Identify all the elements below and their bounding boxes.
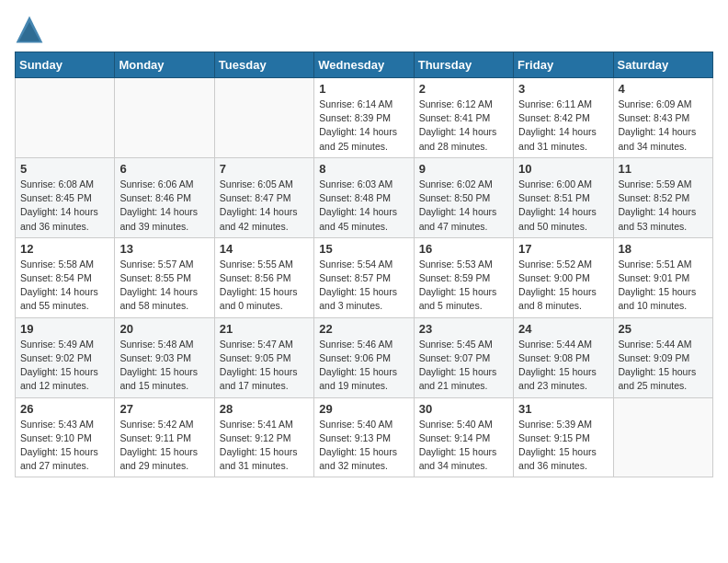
day-info: Sunrise: 6:05 AM Sunset: 8:47 PM Dayligh… xyxy=(220,178,309,234)
calendar-cell: 10Sunrise: 6:00 AM Sunset: 8:51 PM Dayli… xyxy=(514,157,613,237)
calendar-cell: 26Sunrise: 5:43 AM Sunset: 9:10 PM Dayli… xyxy=(16,397,115,477)
day-info: Sunrise: 5:45 AM Sunset: 9:07 PM Dayligh… xyxy=(419,338,508,394)
day-info: Sunrise: 6:12 AM Sunset: 8:41 PM Dayligh… xyxy=(419,98,508,154)
day-number: 7 xyxy=(220,162,309,176)
day-info: Sunrise: 5:41 AM Sunset: 9:12 PM Dayligh… xyxy=(220,418,309,474)
day-number: 17 xyxy=(518,242,608,256)
day-info: Sunrise: 5:48 AM Sunset: 9:03 PM Dayligh… xyxy=(119,338,209,394)
calendar-cell: 29Sunrise: 5:40 AM Sunset: 9:13 PM Dayli… xyxy=(314,397,414,477)
calendar-week-row: 12Sunrise: 5:58 AM Sunset: 8:54 PM Dayli… xyxy=(16,237,713,317)
calendar-header: SundayMondayTuesdayWednesdayThursdayFrid… xyxy=(16,52,713,78)
calendar-week-row: 26Sunrise: 5:43 AM Sunset: 9:10 PM Dayli… xyxy=(16,397,713,477)
calendar-cell: 24Sunrise: 5:44 AM Sunset: 9:08 PM Dayli… xyxy=(514,317,613,397)
logo xyxy=(15,15,48,44)
day-info: Sunrise: 6:00 AM Sunset: 8:51 PM Dayligh… xyxy=(518,178,608,234)
day-number: 27 xyxy=(119,402,209,416)
day-number: 10 xyxy=(518,162,608,176)
day-info: Sunrise: 5:58 AM Sunset: 8:54 PM Dayligh… xyxy=(20,258,109,314)
calendar-cell: 9Sunrise: 6:02 AM Sunset: 8:50 PM Daylig… xyxy=(414,157,513,237)
day-info: Sunrise: 6:03 AM Sunset: 8:48 PM Dayligh… xyxy=(319,178,408,234)
calendar-cell xyxy=(613,397,712,477)
day-number: 1 xyxy=(319,82,408,96)
calendar-cell: 31Sunrise: 5:39 AM Sunset: 9:15 PM Dayli… xyxy=(514,397,613,477)
day-info: Sunrise: 5:49 AM Sunset: 9:02 PM Dayligh… xyxy=(20,338,109,394)
logo-icon xyxy=(15,15,44,44)
day-number: 11 xyxy=(619,162,708,176)
page-header xyxy=(15,15,713,44)
calendar-cell: 5Sunrise: 6:08 AM Sunset: 8:45 PM Daylig… xyxy=(16,157,115,237)
day-number: 3 xyxy=(518,82,608,96)
calendar-cell: 11Sunrise: 5:59 AM Sunset: 8:52 PM Dayli… xyxy=(613,157,712,237)
day-number: 29 xyxy=(319,402,408,416)
day-number: 25 xyxy=(619,322,708,336)
day-number: 28 xyxy=(220,402,309,416)
day-number: 22 xyxy=(319,322,408,336)
day-info: Sunrise: 5:59 AM Sunset: 8:52 PM Dayligh… xyxy=(619,178,708,234)
day-number: 15 xyxy=(319,242,408,256)
weekday-header-tuesday: Tuesday xyxy=(214,52,313,78)
calendar-cell: 12Sunrise: 5:58 AM Sunset: 8:54 PM Dayli… xyxy=(16,237,115,317)
day-number: 4 xyxy=(619,82,708,96)
calendar-cell xyxy=(214,78,313,158)
day-number: 16 xyxy=(419,242,508,256)
calendar-cell: 27Sunrise: 5:42 AM Sunset: 9:11 PM Dayli… xyxy=(115,397,214,477)
day-info: Sunrise: 6:08 AM Sunset: 8:45 PM Dayligh… xyxy=(20,178,109,234)
day-number: 30 xyxy=(419,402,508,416)
calendar-cell: 14Sunrise: 5:55 AM Sunset: 8:56 PM Dayli… xyxy=(214,237,313,317)
weekday-header-monday: Monday xyxy=(115,52,214,78)
day-number: 26 xyxy=(20,402,109,416)
calendar-cell xyxy=(16,78,115,158)
day-info: Sunrise: 6:14 AM Sunset: 8:39 PM Dayligh… xyxy=(319,98,408,154)
day-number: 19 xyxy=(20,322,109,336)
calendar-cell: 15Sunrise: 5:54 AM Sunset: 8:57 PM Dayli… xyxy=(314,237,414,317)
calendar-cell: 20Sunrise: 5:48 AM Sunset: 9:03 PM Dayli… xyxy=(115,317,214,397)
weekday-header-sunday: Sunday xyxy=(16,52,115,78)
day-info: Sunrise: 5:52 AM Sunset: 9:00 PM Dayligh… xyxy=(518,258,608,314)
calendar-cell: 8Sunrise: 6:03 AM Sunset: 8:48 PM Daylig… xyxy=(314,157,414,237)
weekday-header-wednesday: Wednesday xyxy=(314,52,414,78)
day-info: Sunrise: 5:39 AM Sunset: 9:15 PM Dayligh… xyxy=(518,418,608,474)
day-number: 13 xyxy=(119,242,209,256)
day-info: Sunrise: 5:42 AM Sunset: 9:11 PM Dayligh… xyxy=(119,418,209,474)
calendar-cell: 17Sunrise: 5:52 AM Sunset: 9:00 PM Dayli… xyxy=(514,237,613,317)
day-number: 18 xyxy=(619,242,708,256)
day-info: Sunrise: 5:43 AM Sunset: 9:10 PM Dayligh… xyxy=(20,418,109,474)
day-info: Sunrise: 5:40 AM Sunset: 9:13 PM Dayligh… xyxy=(319,418,408,474)
calendar-cell: 4Sunrise: 6:09 AM Sunset: 8:43 PM Daylig… xyxy=(613,78,712,158)
calendar-cell: 28Sunrise: 5:41 AM Sunset: 9:12 PM Dayli… xyxy=(214,397,313,477)
calendar-cell: 25Sunrise: 5:44 AM Sunset: 9:09 PM Dayli… xyxy=(613,317,712,397)
day-number: 14 xyxy=(220,242,309,256)
calendar-cell: 13Sunrise: 5:57 AM Sunset: 8:55 PM Dayli… xyxy=(115,237,214,317)
day-info: Sunrise: 5:40 AM Sunset: 9:14 PM Dayligh… xyxy=(419,418,508,474)
calendar-cell: 23Sunrise: 5:45 AM Sunset: 9:07 PM Dayli… xyxy=(414,317,513,397)
day-info: Sunrise: 5:46 AM Sunset: 9:06 PM Dayligh… xyxy=(319,338,408,394)
day-number: 9 xyxy=(419,162,508,176)
day-info: Sunrise: 6:06 AM Sunset: 8:46 PM Dayligh… xyxy=(119,178,209,234)
day-number: 31 xyxy=(518,402,608,416)
calendar-cell xyxy=(115,78,214,158)
day-number: 24 xyxy=(518,322,608,336)
day-info: Sunrise: 6:11 AM Sunset: 8:42 PM Dayligh… xyxy=(518,98,608,154)
calendar-week-row: 19Sunrise: 5:49 AM Sunset: 9:02 PM Dayli… xyxy=(16,317,713,397)
calendar-cell: 22Sunrise: 5:46 AM Sunset: 9:06 PM Dayli… xyxy=(314,317,414,397)
calendar-week-row: 1Sunrise: 6:14 AM Sunset: 8:39 PM Daylig… xyxy=(16,78,713,158)
day-info: Sunrise: 5:55 AM Sunset: 8:56 PM Dayligh… xyxy=(220,258,309,314)
day-number: 2 xyxy=(419,82,508,96)
day-number: 21 xyxy=(220,322,309,336)
calendar-cell: 7Sunrise: 6:05 AM Sunset: 8:47 PM Daylig… xyxy=(214,157,313,237)
day-info: Sunrise: 5:53 AM Sunset: 8:59 PM Dayligh… xyxy=(419,258,508,314)
day-info: Sunrise: 6:02 AM Sunset: 8:50 PM Dayligh… xyxy=(419,178,508,234)
calendar-week-row: 5Sunrise: 6:08 AM Sunset: 8:45 PM Daylig… xyxy=(16,157,713,237)
day-info: Sunrise: 5:51 AM Sunset: 9:01 PM Dayligh… xyxy=(619,258,708,314)
calendar-cell: 6Sunrise: 6:06 AM Sunset: 8:46 PM Daylig… xyxy=(115,157,214,237)
calendar-body: 1Sunrise: 6:14 AM Sunset: 8:39 PM Daylig… xyxy=(16,78,713,477)
calendar-cell: 1Sunrise: 6:14 AM Sunset: 8:39 PM Daylig… xyxy=(314,78,414,158)
day-number: 20 xyxy=(119,322,209,336)
calendar-cell: 18Sunrise: 5:51 AM Sunset: 9:01 PM Dayli… xyxy=(613,237,712,317)
calendar-cell: 21Sunrise: 5:47 AM Sunset: 9:05 PM Dayli… xyxy=(214,317,313,397)
weekday-header-friday: Friday xyxy=(514,52,613,78)
day-number: 8 xyxy=(319,162,408,176)
day-info: Sunrise: 6:09 AM Sunset: 8:43 PM Dayligh… xyxy=(619,98,708,154)
day-info: Sunrise: 5:57 AM Sunset: 8:55 PM Dayligh… xyxy=(119,258,209,314)
day-info: Sunrise: 5:54 AM Sunset: 8:57 PM Dayligh… xyxy=(319,258,408,314)
